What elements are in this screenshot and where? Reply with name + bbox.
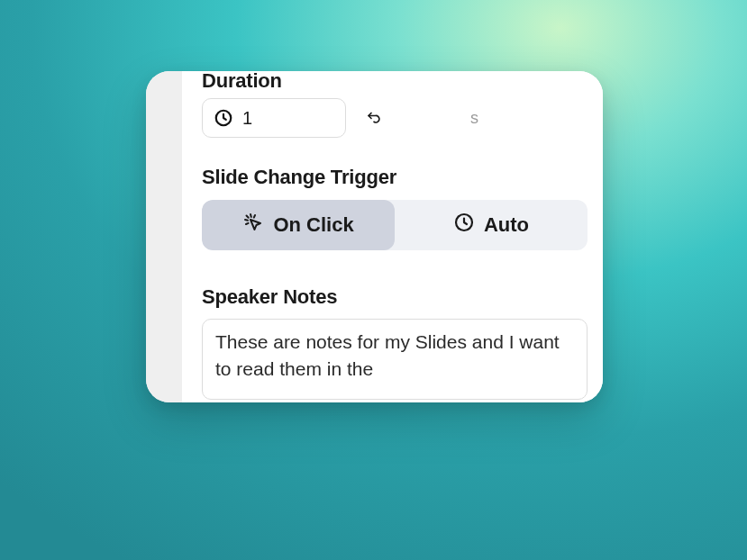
settings-card: Duration s — [146, 71, 603, 402]
speaker-notes-textarea[interactable] — [202, 319, 588, 400]
left-gutter — [146, 71, 182, 402]
clock-icon — [453, 212, 475, 239]
duration-input-wrapper[interactable]: s — [202, 98, 346, 138]
trigger-option-auto[interactable]: Auto — [395, 200, 588, 250]
trigger-option-auto-label: Auto — [484, 213, 529, 237]
duration-label: Duration — [202, 71, 282, 93]
trigger-label: Slide Change Trigger — [202, 166, 396, 189]
undo-icon — [366, 109, 382, 128]
click-icon — [242, 212, 264, 239]
settings-panel: Duration s — [182, 71, 603, 402]
trigger-option-on-click[interactable]: On Click — [202, 200, 395, 250]
duration-row: s — [202, 98, 386, 138]
speaker-notes-label: Speaker Notes — [202, 285, 337, 309]
clock-icon — [214, 108, 233, 128]
trigger-option-on-click-label: On Click — [273, 213, 353, 237]
reset-duration-button[interactable] — [362, 106, 386, 130]
duration-unit: s — [470, 109, 478, 128]
duration-value-input[interactable] — [242, 108, 470, 129]
trigger-segmented-control: On Click Auto — [202, 200, 588, 250]
